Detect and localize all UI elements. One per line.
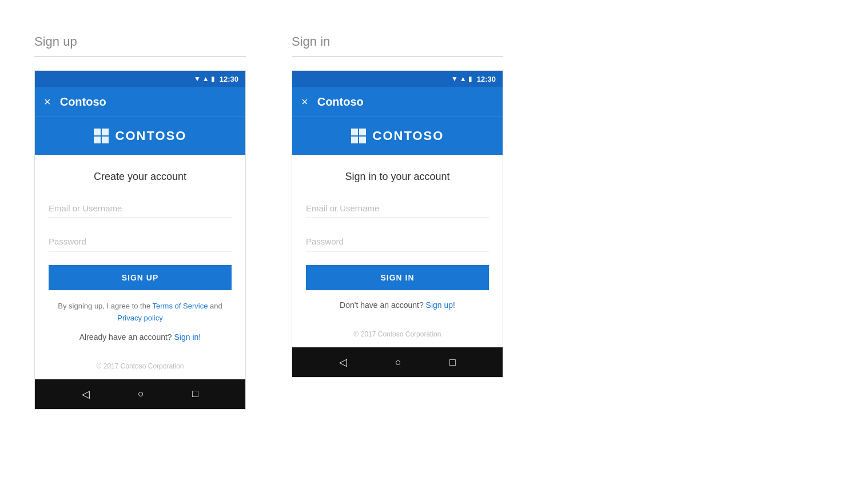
signin-recent-button[interactable]: □ xyxy=(449,356,456,368)
signup-terms-text: By signing up, I agree to the Terms of S… xyxy=(49,300,232,324)
signin-windows-logo-icon xyxy=(351,129,366,143)
signup-terms-middle: and xyxy=(208,302,222,310)
signin-section: Sign in ▼ ▲ ▮ 12:30 × Contoso CONTOSO xyxy=(292,34,503,410)
signin-button[interactable]: SIGN IN xyxy=(306,265,489,290)
signup-section-title: Sign up xyxy=(34,34,246,57)
signup-password-input[interactable] xyxy=(49,232,232,251)
signup-alt-action: Already have an account? Sign in! xyxy=(49,332,232,342)
signup-section: Sign up ▼ ▲ ▮ 12:30 × Contoso CONTOSO xyxy=(34,34,246,410)
signin-phone-frame: ▼ ▲ ▮ 12:30 × Contoso CONTOSO Sign in to… xyxy=(292,70,503,378)
signal-icon: ▲ xyxy=(202,75,209,83)
signin-back-button[interactable]: ◁ xyxy=(339,356,347,368)
signup-status-bar: ▼ ▲ ▮ 12:30 xyxy=(35,71,245,87)
signup-terms-prefix: By signing up, I agree to the xyxy=(58,302,152,310)
signin-copyright: © 2017 Contoso Corporation xyxy=(306,321,489,347)
signin-nav-bar: ◁ ○ □ xyxy=(292,347,503,377)
signup-privacy-link[interactable]: Privacy policy xyxy=(117,314,162,322)
signin-section-title: Sign in xyxy=(292,34,503,57)
signup-button[interactable]: SIGN UP xyxy=(49,265,232,290)
signup-app-bar: × Contoso xyxy=(35,87,245,117)
battery-icon: ▮ xyxy=(211,75,215,83)
signup-email-input[interactable] xyxy=(49,199,232,218)
signup-app-title: Contoso xyxy=(60,95,106,109)
signup-logo-bar: CONTOSO xyxy=(35,117,245,155)
signin-alt-text: Don't have an account? xyxy=(340,300,426,310)
signup-status-icons: ▼ ▲ ▮ xyxy=(194,75,215,83)
signup-alt-text: Already have an account? xyxy=(79,332,174,342)
signup-phone-frame: ▼ ▲ ▮ 12:30 × Contoso CONTOSO Create you… xyxy=(34,70,246,410)
signin-app-bar: × Contoso xyxy=(292,87,503,117)
signup-copyright: © 2017 Contoso Corporation xyxy=(49,353,232,379)
signin-content-area: Sign in to your account SIGN IN Don't ha… xyxy=(292,155,503,347)
back-button[interactable]: ◁ xyxy=(82,388,90,400)
signin-logo-text: CONTOSO xyxy=(373,129,444,143)
signin-form-title: Sign in to your account xyxy=(306,171,489,183)
signin-home-button[interactable]: ○ xyxy=(395,356,401,368)
signup-terms-link[interactable]: Terms of Service xyxy=(153,302,208,310)
signup-windows-logo-icon xyxy=(94,129,109,143)
signup-status-time: 12:30 xyxy=(220,75,238,83)
signup-logo-text: CONTOSO xyxy=(116,129,187,143)
signin-signal-icon: ▲ xyxy=(460,75,467,83)
home-button[interactable]: ○ xyxy=(138,388,144,400)
signin-email-input[interactable] xyxy=(306,199,489,218)
signin-signup-link[interactable]: Sign up! xyxy=(426,300,455,310)
signin-app-title: Contoso xyxy=(317,95,364,109)
signin-alt-action: Don't have an account? Sign up! xyxy=(306,300,489,310)
signin-wifi-icon: ▼ xyxy=(451,75,458,83)
signin-status-time: 12:30 xyxy=(477,75,496,83)
recent-button[interactable]: □ xyxy=(192,388,198,400)
signin-logo-bar: CONTOSO xyxy=(292,117,503,155)
signup-content-area: Create your account SIGN UP By signing u… xyxy=(35,155,245,379)
signin-password-input[interactable] xyxy=(306,232,489,251)
signin-close-icon[interactable]: × xyxy=(301,95,308,109)
signup-form-title: Create your account xyxy=(49,171,232,183)
signup-signin-link[interactable]: Sign in! xyxy=(174,332,201,342)
signin-battery-icon: ▮ xyxy=(468,75,472,83)
wifi-icon: ▼ xyxy=(194,75,201,83)
signin-status-bar: ▼ ▲ ▮ 12:30 xyxy=(292,71,503,87)
signup-nav-bar: ◁ ○ □ xyxy=(35,379,245,409)
signup-close-icon[interactable]: × xyxy=(44,95,51,109)
signin-status-icons: ▼ ▲ ▮ xyxy=(451,75,472,83)
